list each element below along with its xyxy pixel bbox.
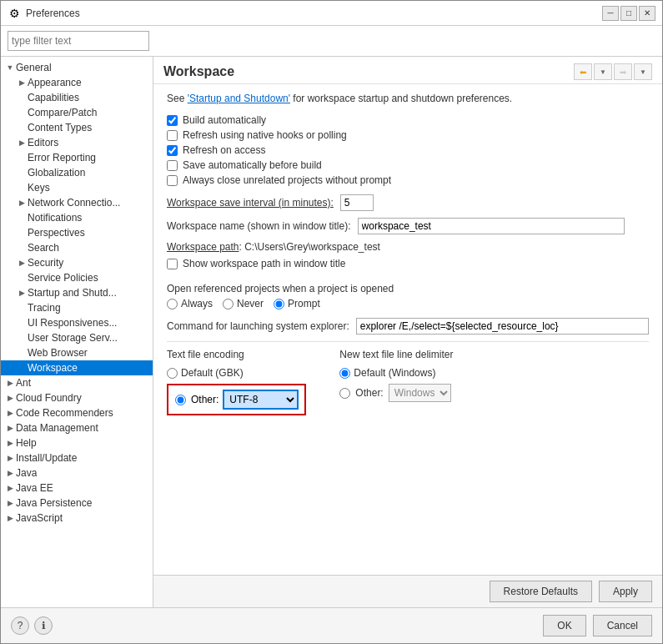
search-input[interactable] [8,31,149,51]
help-button[interactable]: ? [11,616,29,635]
sidebar-item-perspectives[interactable]: Perspectives [1,225,153,240]
sidebar-item-compare-patch[interactable]: Compare/Patch [1,105,153,120]
sidebar-item-keys[interactable]: Keys [1,180,153,195]
radio-always[interactable] [167,299,178,309]
sidebar-item-data-management[interactable]: Data Management [1,420,153,435]
sidebar-item-ui-responsiveness[interactable]: UI Responsivenes... [1,315,153,330]
sidebar-label-web-browser: Web Browser [28,347,88,359]
sidebar-item-appearance[interactable]: Appearance [1,75,153,90]
workspace-name-input[interactable] [358,218,625,234]
nav-back-dropdown[interactable] [594,63,612,80]
newline-group: New text file line delimiter Default (Wi… [339,349,453,415]
newline-default-radio-row: Default (Windows) [339,367,453,379]
arrow-icon-javascript [4,512,16,524]
apply-button[interactable]: Apply [599,581,652,602]
encoding-default-radio-row: Default (GBK) [167,367,306,379]
sidebar-item-java-persistence[interactable]: Java Persistence [1,496,153,511]
arrow-icon-security [16,257,28,269]
sidebar-item-capabilities[interactable]: Capabilities [1,90,153,105]
sidebar-label-startup-shutdown: Startup and Shutd... [28,287,117,299]
search-bar [1,26,662,57]
content-header: Workspace [153,57,662,84]
sidebar-item-notifications[interactable]: Notifications [1,210,153,225]
sidebar-item-content-types[interactable]: Content Types [1,120,153,135]
sidebar-item-editors[interactable]: Editors [1,135,153,150]
sidebar-item-user-storage[interactable]: User Storage Serv... [1,330,153,345]
nav-forward-button[interactable] [614,63,632,80]
checkbox-refresh-access[interactable] [167,145,178,156]
arrow-icon-data-management [4,422,16,434]
radio-prompt[interactable] [274,299,284,309]
content-body: See 'Startup and Shutdown' for workspace… [153,84,662,575]
nav-back-button[interactable] [574,63,592,80]
sidebar-item-code-recommenders[interactable]: Code Recommenders [1,405,153,420]
checkboxes-section: Build automaticallyRefresh using native … [167,114,649,186]
text-encoding-group: Text file encoding Default (GBK) Other: … [167,349,306,415]
sidebar-item-startup-shutdown[interactable]: Startup and Shutd... [1,285,153,300]
command-input[interactable] [356,318,649,335]
sidebar-label-service-policies: Service Policies [28,272,98,284]
sidebar-label-java-ee: Java EE [16,482,53,494]
cancel-button[interactable]: Cancel [593,615,652,636]
sidebar-item-java-ee[interactable]: Java EE [1,480,153,496]
show-path-checkbox[interactable] [167,259,178,269]
sidebar-label-capabilities: Capabilities [28,92,79,103]
checkbox-refresh-native[interactable] [167,130,178,141]
main-layout: GeneralAppearanceCapabilitiesCompare/Pat… [1,57,662,607]
checkbox-build-auto[interactable] [167,115,178,126]
sidebar-label-keys: Keys [28,182,50,194]
sidebar-item-network-connections[interactable]: Network Connectio... [1,195,153,210]
encoding-select[interactable]: UTF-8UTF-16ISO-8859-1US-ASCIIGBKGB2312 [224,390,298,409]
sidebar-item-globalization[interactable]: Globalization [1,165,153,180]
newline-other-row: Other: WindowsUnixMac [339,384,453,402]
newline-default-radio[interactable] [339,368,350,379]
radio-never[interactable] [223,299,234,309]
open-projects-label: Open referenced projects when a project … [167,283,649,294]
info-button[interactable]: ℹ [34,616,53,635]
sidebar-label-search: Search [28,242,59,254]
sidebar-item-security[interactable]: Security [1,255,153,270]
encoding-other-radio[interactable] [175,395,186,405]
sidebar-item-search[interactable]: Search [1,240,153,255]
startup-link[interactable]: 'Startup and Shutdown' [188,93,290,104]
sidebar-label-install-update: Install/Update [16,452,77,464]
radio-label-never: Never [237,298,264,309]
sidebar-label-general: General [16,62,52,73]
sidebar-item-workspace[interactable]: Workspace [1,360,153,375]
radio-item-always: Always [167,298,213,309]
radio-label-prompt: Prompt [288,298,320,309]
sidebar-label-help: Help [16,437,37,449]
checkbox-close-unrelated[interactable] [167,175,178,186]
encoding-default-radio[interactable] [167,368,178,379]
save-interval-row: Workspace save interval (in minutes): [167,194,649,211]
sidebar-item-error-reporting[interactable]: Error Reporting [1,150,153,165]
sidebar-item-web-browser[interactable]: Web Browser [1,345,153,360]
close-button[interactable]: ✕ [639,6,655,21]
ok-button[interactable]: OK [543,615,585,636]
maximize-button[interactable]: □ [620,6,637,21]
sidebar-item-tracing[interactable]: Tracing [1,300,153,315]
sidebar-item-general[interactable]: General [1,60,153,75]
checkbox-save-before-build[interactable] [167,160,178,171]
nav-forward-dropdown[interactable] [634,63,652,80]
newline-select[interactable]: WindowsUnixMac [389,384,451,402]
save-interval-input[interactable] [340,194,374,211]
sidebar-item-help[interactable]: Help [1,435,153,450]
sidebar-item-service-policies[interactable]: Service Policies [1,270,153,285]
sidebar-item-cloud-foundry[interactable]: Cloud Foundry [1,390,153,405]
sidebar-item-install-update[interactable]: Install/Update [1,450,153,465]
newline-other-radio[interactable] [339,388,350,399]
restore-defaults-button[interactable]: Restore Defaults [490,581,592,602]
arrow-icon-java [4,467,16,479]
sidebar-label-compare-patch: Compare/Patch [28,107,97,118]
checkbox-label-refresh-access: Refresh on access [183,144,265,156]
minimize-button[interactable]: ─ [602,6,619,21]
workspace-name-row: Workspace name (shown in window title): [167,218,649,234]
sidebar-item-javascript[interactable]: JavaScript [1,511,153,526]
sidebar-item-ant[interactable]: Ant [1,375,153,390]
sidebar-item-java[interactable]: Java [1,465,153,480]
encoding-default-label: Default (GBK) [181,367,244,379]
window-title: Preferences [26,8,602,19]
newline-other-label: Other: [355,387,383,399]
encoding-title: Text file encoding [167,349,306,360]
